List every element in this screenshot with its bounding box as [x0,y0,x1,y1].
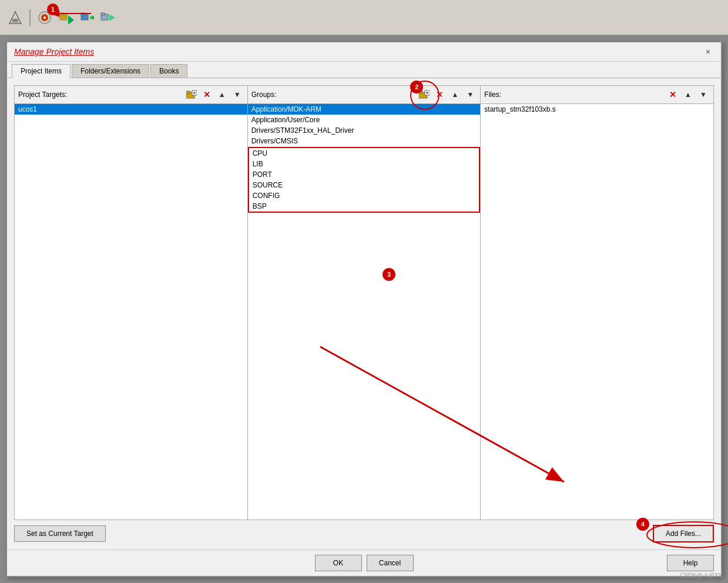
panels-row: Project Targets: ✕ [14,85,714,520]
targets-new-btn[interactable] [185,88,198,101]
tab-books[interactable]: Books [150,64,187,78]
svg-rect-18 [186,91,190,93]
groups-header: Groups: 2 [248,86,481,104]
list-item[interactable]: Drivers/STM32F1xx_HAL_Driver [248,125,481,136]
groups-list: Application/MDK-ARM Application/User/Cor… [248,104,481,520]
list-item[interactable]: CPU [249,148,479,159]
tab-bar: Project Items Folders/Extensions Books [7,62,721,78]
list-item[interactable]: PORT [249,169,479,180]
toolbar: 1 [0,0,728,35]
groups-title: Groups: [251,91,416,99]
svg-rect-6 [60,13,63,15]
list-item[interactable]: SOURCE [249,180,479,190]
list-item[interactable]: Application/User/Core [248,115,481,125]
targets-list: ucos1 [15,104,247,520]
add-files-wrapper: Add Files... 4 [653,525,714,542]
groups-down-btn[interactable]: ▼ [464,88,477,101]
footer-center: OK Cancel [247,555,481,571]
watermark: CSDN@小易YY [680,572,722,580]
targets-header: Project Targets: ✕ [15,86,247,104]
files-header: Files: ✕ ▲ ▼ [481,86,713,104]
toolbar-icon-2[interactable]: 1 [35,8,54,27]
targets-down-btn[interactable]: ▼ [231,88,244,101]
dialog-footer: OK Cancel Help [7,550,721,576]
badge-3: 3 [383,268,395,281]
svg-rect-13 [101,13,105,15]
tab-folders-extensions[interactable]: Folders/Extensions [72,64,149,78]
files-down-btn[interactable]: ▼ [697,88,710,101]
files-title: Files: [484,91,664,99]
targets-panel: Project Targets: ✕ [15,86,248,520]
groups-panel: Groups: 2 [248,86,481,520]
list-item[interactable]: CONFIG [249,190,479,201]
svg-marker-7 [68,15,74,25]
list-item[interactable]: startup_stm32f103xb.s [481,104,713,115]
toolbar-icon-1[interactable] [6,8,25,27]
badge-1: 1 [47,4,59,15]
toolbar-icon-4[interactable] [78,8,96,27]
svg-rect-1 [12,19,18,22]
groups-new-btn[interactable]: 2 [418,88,431,101]
svg-rect-9 [81,13,85,15]
list-item[interactable]: Application/MDK-ARM [248,104,481,115]
toolbar-icon-3[interactable] [56,8,75,27]
highlighted-groups: CPU LIB PORT SOURCE CONFIG BSP [248,147,481,213]
toolbar-icon-5[interactable] [99,8,118,27]
list-item[interactable]: BSP [249,201,479,212]
svg-point-4 [43,16,46,19]
dialog: Manage Project Items × Project Items Fol… [6,41,722,577]
badge-4: 4 [636,518,649,531]
targets-delete-btn[interactable]: ✕ [200,88,213,101]
dialog-content: Project Targets: ✕ [7,78,721,550]
groups-delete-btn[interactable]: ✕ [433,88,446,101]
tab-project-items[interactable]: Project Items [12,64,71,78]
files-up-btn[interactable]: ▲ [682,88,695,101]
dialog-title: Manage Project Items [14,47,94,56]
footer-right: Help [481,555,714,571]
targets-up-btn[interactable]: ▲ [216,88,229,101]
targets-title: Project Targets: [18,91,183,99]
svg-marker-14 [109,14,115,21]
list-item[interactable]: Drivers/CMSIS [248,136,481,146]
add-files-button[interactable]: Add Files... [653,525,714,542]
list-item[interactable]: ucos1 [15,104,247,115]
dialog-titlebar: Manage Project Items × [7,42,721,62]
list-item[interactable]: LIB [249,159,479,169]
close-button[interactable]: × [702,46,714,58]
files-list: startup_stm32f103xb.s [481,104,713,520]
buttons-row: Set as Current Target Add Files... 4 [14,525,714,542]
files-delete-btn[interactable]: ✕ [666,88,679,101]
groups-up-btn[interactable]: ▲ [448,88,461,101]
help-button[interactable]: Help [667,555,714,571]
set-target-button[interactable]: Set as Current Target [14,525,106,542]
toolbar-separator [29,9,31,26]
files-panel: Files: ✕ ▲ ▼ startup_stm32f103xb.s [481,86,713,520]
ok-button[interactable]: OK [315,555,362,571]
cancel-button[interactable]: Cancel [367,555,414,571]
